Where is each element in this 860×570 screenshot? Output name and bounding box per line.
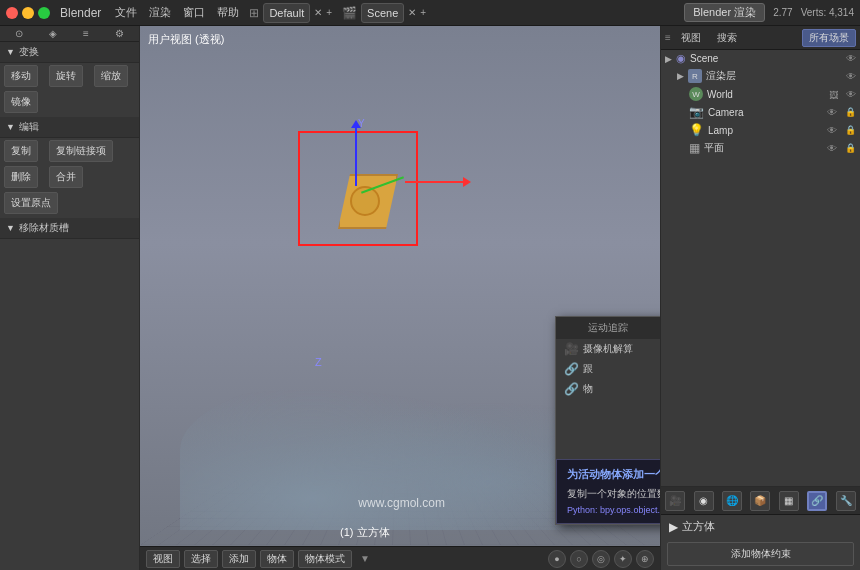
transform-header[interactable]: ▼ 变换: [0, 42, 139, 63]
watermark: www.cgmol.com: [358, 496, 445, 510]
rp-icon-list: ≡: [665, 32, 671, 43]
panel-icon-1[interactable]: ⊙: [15, 28, 23, 39]
menu-window[interactable]: 窗口: [183, 5, 205, 20]
vp-circle-2[interactable]: ○: [570, 550, 588, 568]
tree-item-lamp[interactable]: 💡 Lamp 👁 🔒: [685, 121, 860, 139]
tree-item-plane[interactable]: ▦ 平面 👁 🔒: [685, 139, 860, 157]
ctx-tooltip: 为活动物体添加一个约束: 复制位置 复制一个对象的位置数据 (可选择连同偏移量一…: [556, 459, 660, 524]
scene-x[interactable]: ✕: [408, 7, 416, 18]
prop-topbar: 🎥 ◉ 🌐 📦 ▦ 🔗 🔧: [661, 487, 860, 515]
rp-tab-search[interactable]: 搜索: [711, 29, 743, 47]
camera-eye[interactable]: 👁: [827, 107, 837, 118]
vp-circle-1[interactable]: ●: [548, 550, 566, 568]
viewport[interactable]: 用户视图 (透视) Z Y (1) 立方体 www.cgmol.com: [140, 26, 660, 570]
camera-lock[interactable]: 🔒: [845, 107, 856, 117]
btn-rotate[interactable]: 旋转: [49, 65, 83, 87]
3d-object[interactable]: [330, 166, 420, 246]
menu-help[interactable]: 帮助: [217, 5, 239, 20]
left-panel: ⊙ ◈ ≡ ⚙ ▼ 变换 移动 旋转 缩放 镜像 ▼ 编辑 复制 复制链接项 删…: [0, 26, 140, 570]
tree-item-renderlayer[interactable]: ▶ R 渲染层 👁: [673, 67, 860, 85]
workspace-plus[interactable]: +: [326, 7, 332, 18]
expand-icon: ▶: [665, 54, 672, 64]
btn-copy[interactable]: 复制: [4, 140, 38, 162]
axis-y-arrow: [355, 126, 357, 186]
transform-arrow: ▼: [6, 47, 15, 57]
ctx-col-header-motion: 运动追踪: [556, 317, 660, 339]
add-workspace-btn[interactable]: ✕: [314, 7, 322, 18]
btn-move[interactable]: 移动: [4, 65, 38, 87]
axis-z-label: Z: [315, 356, 322, 368]
vp-btn-add[interactable]: 添加: [222, 550, 256, 568]
verts-label: Verts: 4,314: [801, 7, 854, 18]
prop-btn-mesh[interactable]: ▦: [779, 491, 799, 511]
ctx-item-follow[interactable]: 🔗 跟: [556, 359, 660, 379]
object-label: (1) 立方体: [340, 525, 390, 540]
scene-selector[interactable]: Scene: [361, 3, 404, 23]
btn-scale[interactable]: 缩放: [94, 65, 128, 87]
vp-btn-mode[interactable]: 物体模式: [298, 550, 352, 568]
panel-icon-3[interactable]: ≡: [83, 28, 89, 39]
axis-x-arrow: [405, 181, 465, 183]
scene-icon: ◉: [676, 52, 686, 65]
prop-title-bar: ▶ 立方体: [661, 515, 860, 538]
plane-icon: ▦: [689, 141, 700, 155]
version-label: 2.77: [773, 7, 792, 18]
ctx-item-object[interactable]: 🔗 物: [556, 379, 660, 399]
btn-delete[interactable]: 删除: [4, 166, 38, 188]
menu-file[interactable]: 文件: [115, 5, 137, 20]
tree-item-camera[interactable]: 📷 Camera 👁 🔒: [685, 103, 860, 121]
btn-mirror[interactable]: 镜像: [4, 91, 38, 113]
scene-plus[interactable]: +: [420, 7, 426, 18]
tooltip-python: Python: bpy.ops.object.constraint_add(ty…: [567, 504, 660, 518]
prop-btn-modifier[interactable]: 🔧: [836, 491, 856, 511]
workspace-selector[interactable]: Default: [263, 3, 310, 23]
menu-render[interactable]: 渲染: [149, 5, 171, 20]
prop-btn-world[interactable]: 🌐: [722, 491, 742, 511]
vp-btn-select[interactable]: 选择: [184, 550, 218, 568]
app-title: Blender: [60, 6, 101, 20]
tree-item-scene[interactable]: ▶ ◉ Scene 👁: [661, 50, 860, 67]
scene-eye[interactable]: 👁: [846, 53, 856, 64]
prop-btn-render[interactable]: 🎥: [665, 491, 685, 511]
btn-copy-link[interactable]: 复制链接项: [49, 140, 113, 162]
plane-eye[interactable]: 👁: [827, 143, 837, 154]
renderlayer-icon: R: [688, 69, 702, 83]
ctx-body: 🎥 摄像机解算 🔗 跟 🔗 物 🔗 复: [556, 339, 660, 459]
add-constraint-btn[interactable]: 添加物体约束: [667, 542, 854, 566]
panel-icon-2[interactable]: ◈: [49, 28, 57, 39]
blender-render-label[interactable]: Blender 渲染: [684, 3, 765, 22]
rp-topbar: ≡ 视图 搜索 所有场景: [661, 26, 860, 50]
vp-btn-object[interactable]: 物体: [260, 550, 294, 568]
rp-scene-selector[interactable]: 所有场景: [802, 29, 856, 47]
ctx-item-camera-solve[interactable]: 🎥 摄像机解算: [556, 339, 660, 359]
scene-icon: 🎬: [342, 6, 357, 20]
prop-btn-object[interactable]: 📦: [750, 491, 770, 511]
vp-circle-5[interactable]: ⊕: [636, 550, 654, 568]
btn-merge[interactable]: 合并: [49, 166, 83, 188]
btn-set-origin[interactable]: 设置原点: [4, 192, 58, 214]
edit-header[interactable]: ▼ 编辑: [0, 117, 139, 138]
tree-item-world[interactable]: W World 🖼 👁: [685, 85, 860, 103]
prop-btn-scene[interactable]: ◉: [694, 491, 714, 511]
traffic-light-green[interactable]: [38, 7, 50, 19]
material-header[interactable]: ▼ 移除材质槽: [0, 218, 139, 239]
vp-circle-4[interactable]: ✦: [614, 550, 632, 568]
traffic-light-red[interactable]: [6, 7, 18, 19]
tooltip-desc: 复制一个对象的位置数据 (可选择连同偏移量一同复制), 以便让它们同步移动: [567, 486, 660, 501]
context-menu: 运动追踪 变换 跟踪 关系 🎥 摄像机解算 🔗 跟: [555, 316, 660, 525]
lamp-eye[interactable]: 👁: [827, 125, 837, 136]
renderlayer-eye[interactable]: 👁: [846, 71, 856, 82]
world-eye[interactable]: 👁: [846, 89, 856, 100]
prop-btn-constraints[interactable]: 🔗: [807, 491, 827, 511]
material-section: ▼ 移除材质槽: [0, 218, 139, 239]
edit-section: ▼ 编辑 复制 复制链接项 删除 合并 设置原点: [0, 117, 139, 216]
grid-icon[interactable]: ⊞: [249, 6, 259, 20]
vp-circle-3[interactable]: ◎: [592, 550, 610, 568]
lamp-lock[interactable]: 🔒: [845, 125, 856, 135]
vp-btn-view[interactable]: 视图: [146, 550, 180, 568]
plane-lock[interactable]: 🔒: [845, 143, 856, 153]
traffic-light-yellow[interactable]: [22, 7, 34, 19]
axis-y-label: Y: [358, 118, 365, 129]
panel-icon-4[interactable]: ⚙: [115, 28, 124, 39]
rp-tab-view[interactable]: 视图: [675, 29, 707, 47]
